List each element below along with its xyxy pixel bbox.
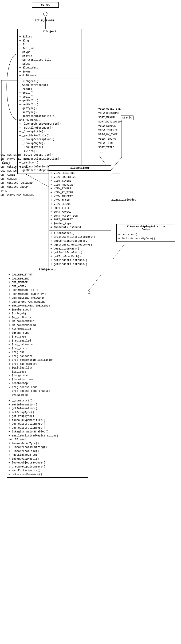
ilObject-fields: + $ilias + $lng + $id + $ref_id + $type … [18, 34, 81, 79]
ilContainer-constants: + VIEW_SESSIONS + VIEW_OBJECTIVE + VIEW_… [49, 171, 111, 231]
ilObject-title: ilObject [18, 29, 81, 34]
const-box: const [32, 2, 59, 8]
diagram: const TITLE_LENGTH ilObject + $ilias + $… [0, 0, 181, 644]
svg-line-19 [111, 157, 122, 171]
ilContainer-box: ilContainer + VIEW_SESSIONS + VIEW_OBJEC… [49, 165, 111, 275]
ilObjGroup-methods: + __construct() + setInformation() + get… [7, 398, 88, 477]
ilObject-box: ilObject + $ilias + $lng + $id + $ref_id… [17, 29, 81, 174]
right-static-labels: VIEW_OBJECTIVE VIEW_SESSIONS SORT_MANUAL… [98, 107, 122, 154]
svg-marker-15 [43, 11, 48, 17]
ilMembershipRegistrationCodes-title: ilMembershipRegistrationCodes [117, 224, 175, 232]
ilContainer-title: ilContainer [49, 166, 111, 171]
title-length-label: TITLE_LENGTH [35, 19, 54, 22]
ilMembershipRegistrationCodes-methods: + register() + lookupObjectsByCode() [117, 232, 175, 241]
left-const-labels: CAL_REG_START ERR_WRONG_REG_TIME _LIMIT … [1, 153, 34, 197]
static-box: static [121, 116, 133, 120]
ilObjGroup-constants: + CAL_REG_START + CAL_REG_END + GRP_MEMB… [7, 272, 88, 398]
ilObjGroup-title: ilObjGroup [7, 267, 88, 272]
ilObjGroup-box: ilObjGroup + CAL_REG_START + CAL_REG_END… [7, 267, 88, 478]
const-title: const [32, 2, 58, 7]
data-preloaded-label: $data_preloaded [112, 198, 136, 201]
ilMembershipRegistrationCodes-box: ilMembershipRegistrationCodes + register… [116, 224, 175, 242]
